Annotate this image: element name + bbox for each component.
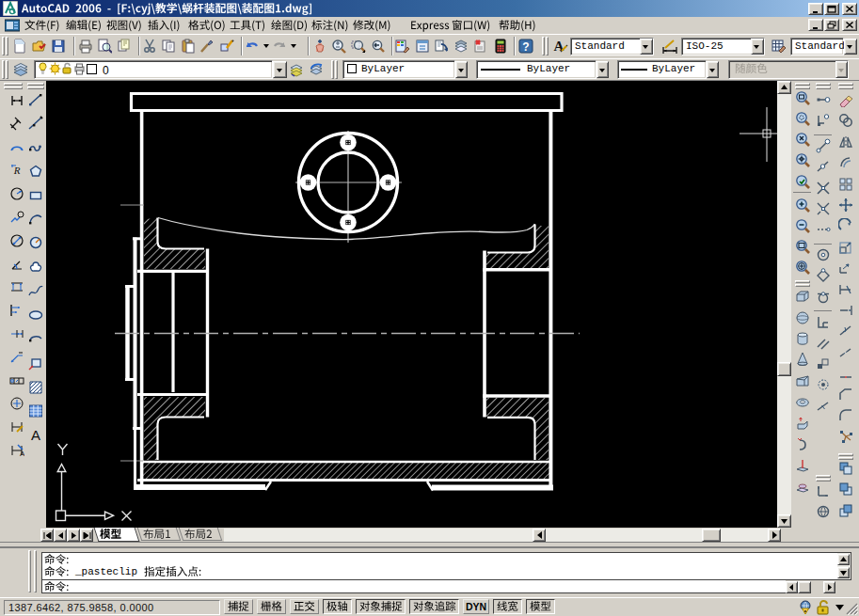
svg-text:A: A xyxy=(31,427,40,442)
svg-text:A: A xyxy=(554,39,565,54)
svg-text:R: R xyxy=(13,165,21,176)
svg-text:?: ? xyxy=(522,40,529,54)
svg-text:A: A xyxy=(20,450,24,458)
